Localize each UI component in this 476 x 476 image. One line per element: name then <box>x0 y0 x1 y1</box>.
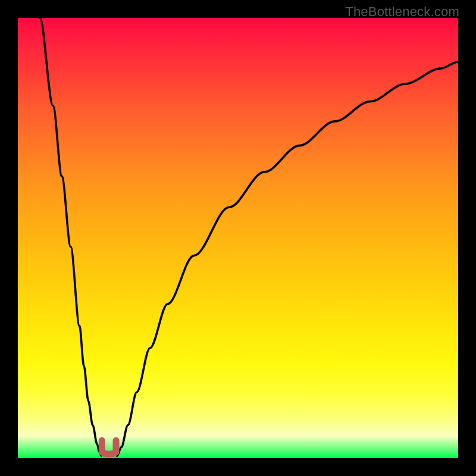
minimum-marker <box>102 440 116 454</box>
curve-left-branch <box>40 18 102 456</box>
plot-layer <box>18 18 458 458</box>
chart-frame <box>18 18 458 458</box>
curve-right-branch <box>117 62 459 456</box>
